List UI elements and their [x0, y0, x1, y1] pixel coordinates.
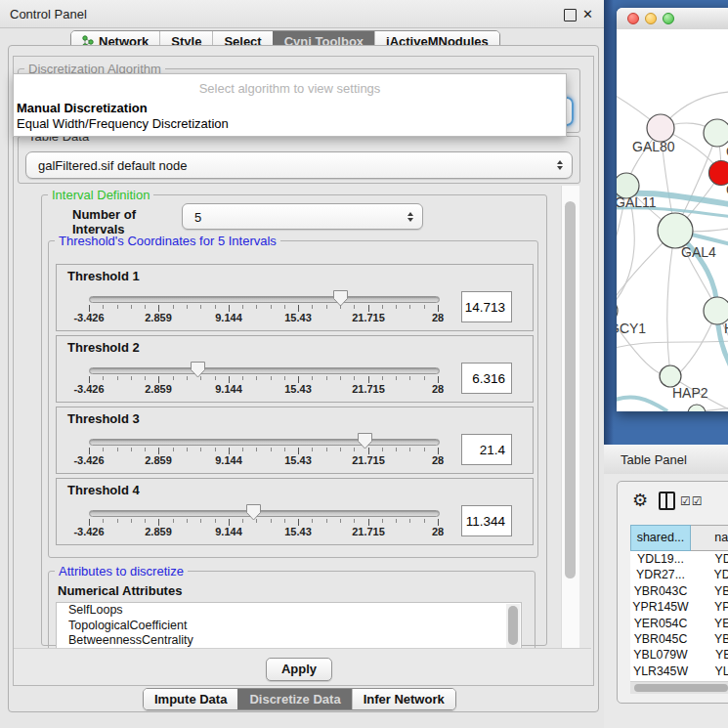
settings-viewport: Interval Definition Number of Intervals …: [18, 185, 559, 648]
network-window-titlebar[interactable]: [617, 8, 728, 30]
table-panel-title: Table Panel: [621, 452, 687, 467]
group-label-thresholds: Threshold's Coordinates for 5 Intervals: [55, 234, 280, 248]
node-top-right: [704, 119, 728, 147]
threshold-1-value[interactable]: 14.713: [461, 291, 512, 322]
network-view-window[interactable]: GAL80 GA C GAL11 GAL4 GCY1 H HAP2: [617, 8, 728, 411]
algorithm-hint: Select algorithm to view settings: [14, 81, 566, 96]
table-panel-titlebar: Table Panel: [604, 445, 728, 475]
group-table-data: Table Data galFiltered.sif default node: [18, 136, 580, 184]
screenshot-root: Control Panel ✕ Network Style Select: [0, 0, 728, 728]
control-panel-titlebar: Control Panel ✕: [0, 0, 604, 28]
minimize-traffic-light-icon[interactable]: [645, 13, 657, 24]
tab-infer-network[interactable]: Infer Network: [352, 689, 455, 709]
node-table-box: ⚙ ☑☑ shared... name YDL19... YDL1 YDR27.…: [617, 481, 728, 704]
table-row[interactable]: YLR345W YLR3: [630, 664, 728, 679]
table-data-combobox[interactable]: galFiltered.sif default node: [25, 151, 573, 179]
control-panel: Control Panel ✕ Network Style Select: [0, 0, 604, 728]
panel-title: Control Panel: [10, 7, 87, 21]
apply-bar: Apply: [14, 648, 591, 685]
threshold-2-panel: Threshold 2 -3.426 2.859 9.144 15.43 21.…: [56, 335, 534, 403]
popup-item-manual-discretization[interactable]: Manual Discretization: [17, 101, 148, 115]
list-item[interactable]: BetweennessCentrality: [57, 633, 521, 648]
table-row[interactable]: YBR045C YBR0: [630, 631, 728, 647]
numerical-attributes-list[interactable]: SelfLoops TopologicalCoefficient Between…: [56, 602, 522, 648]
number-of-intervals-value: 5: [194, 209, 201, 224]
column-header-shared[interactable]: shared...: [630, 525, 691, 551]
table-row[interactable]: YPR145W YPR1: [630, 599, 728, 615]
column-header-name[interactable]: name: [691, 525, 728, 551]
table-row[interactable]: YDR27... YDR2: [630, 567, 728, 582]
float-window-icon[interactable]: [564, 9, 577, 21]
zoom-traffic-light-icon[interactable]: [663, 13, 674, 24]
network-graph: GAL80 GA C GAL11 GAL4 GCY1 H HAP2: [617, 29, 728, 411]
threshold-3-panel: Threshold 3 -3.426 2.859 9.144 15.43 21.…: [56, 407, 534, 474]
threshold-1-slider[interactable]: [89, 296, 440, 303]
table-header-row: shared... name: [630, 525, 728, 551]
threshold-4-panel: Threshold 4 -3.426 2.859 9.144 15.43 21.…: [56, 478, 534, 545]
close-traffic-light-icon[interactable]: [627, 13, 639, 24]
threshold-2-value[interactable]: 6.316: [461, 363, 512, 394]
group-attributes: Attributes to discretize Numerical Attri…: [48, 571, 535, 648]
numerical-attributes-label: Numerical Attributes: [58, 583, 182, 598]
tick-marks: [89, 519, 439, 523]
table-panel: ⚙ ☑☑ shared... name YDL19... YDL1 YDR27.…: [604, 474, 728, 728]
gear-icon[interactable]: ⚙: [632, 490, 648, 510]
node-hap2: [660, 365, 681, 387]
node-label: GAL11: [617, 194, 657, 210]
group-label-attributes: Attributes to discretize: [55, 564, 188, 578]
settings-scrollbar[interactable]: [561, 186, 579, 648]
checkbox-icons[interactable]: ☑☑: [680, 494, 704, 508]
table-row[interactable]: YDL19... YDL1: [630, 551, 728, 567]
tick-marks: [89, 305, 439, 309]
right-region: GAL80 GA C GAL11 GAL4 GCY1 H HAP2 Table …: [604, 0, 728, 728]
threshold-4-slider[interactable]: [89, 510, 440, 517]
scrollbar-thumb[interactable]: [565, 201, 576, 578]
node-label: GAL80: [632, 139, 675, 154]
node-gal80: [647, 114, 674, 142]
apply-button[interactable]: Apply: [266, 658, 332, 681]
threshold-3-slider[interactable]: [89, 439, 440, 446]
table-data-value: galFiltered.sif default node: [38, 158, 187, 173]
network-canvas[interactable]: GAL80 GA C GAL11 GAL4 GCY1 H HAP2: [617, 29, 728, 411]
number-of-intervals-label: Number of Intervals: [72, 207, 180, 236]
close-icon[interactable]: ✕: [582, 7, 593, 21]
node-label: H: [724, 321, 728, 336]
node-label: HAP2: [672, 385, 708, 401]
popup-item-equal-width[interactable]: Equal Width/Frequency Discretization: [17, 116, 229, 131]
tab-discretize-data[interactable]: Discretize Data: [237, 689, 351, 709]
table-row[interactable]: YBR043C YBR0: [630, 583, 728, 599]
scrollbar-thumb[interactable]: [634, 684, 728, 692]
node-bottom-partial: [688, 405, 706, 411]
group-label-interval-definition: Interval Definition: [48, 188, 153, 202]
list-item[interactable]: TopologicalCoefficient: [57, 619, 521, 634]
combo-arrows-icon: [557, 160, 563, 170]
table-row[interactable]: YBL079W YBL0: [630, 647, 728, 663]
node-gal4: [658, 213, 693, 248]
node-label: GAL4: [681, 244, 716, 260]
node-label: GCY1: [617, 321, 646, 336]
tick-marks: [89, 448, 439, 451]
columns-icon[interactable]: [659, 492, 675, 510]
table-horizontal-scrollbar[interactable]: [630, 681, 728, 694]
tick-marks: [89, 376, 439, 380]
bottom-tab-bar: Impute Data Discretize Data Infer Networ…: [143, 688, 456, 710]
threshold-4-label: Threshold 4: [67, 483, 140, 497]
threshold-3-label: Threshold 3: [67, 411, 140, 426]
threshold-3-value[interactable]: 21.4: [461, 434, 512, 465]
threshold-4-value[interactable]: 11.344: [461, 505, 512, 536]
table-row[interactable]: YER054C YER0: [630, 616, 728, 631]
number-of-intervals-combobox[interactable]: 5: [182, 203, 423, 230]
group-interval-definition: Interval Definition Number of Intervals …: [41, 194, 547, 646]
table-rows: YDL19... YDL1 YDR27... YDR2 YBR043C YBR0…: [630, 551, 728, 681]
group-thresholds: Threshold's Coordinates for 5 Intervals …: [48, 240, 538, 558]
list-scrollbar[interactable]: [506, 604, 520, 648]
threshold-2-slider[interactable]: [89, 367, 440, 374]
tab-impute-data[interactable]: Impute Data: [144, 689, 237, 709]
algorithm-dropdown-popup: Select algorithm to view settings Manual…: [13, 73, 567, 137]
threshold-1-panel: Threshold 1 -3.426 2.859 9.144 15.43 21.…: [56, 264, 534, 331]
table-toolbar: ⚙ ☑☑: [618, 482, 728, 525]
threshold-2-label: Threshold 2: [67, 340, 140, 355]
threshold-1-label: Threshold 1: [67, 269, 140, 283]
list-item[interactable]: SelfLoops: [57, 603, 521, 619]
node-gcy1: [617, 299, 618, 322]
